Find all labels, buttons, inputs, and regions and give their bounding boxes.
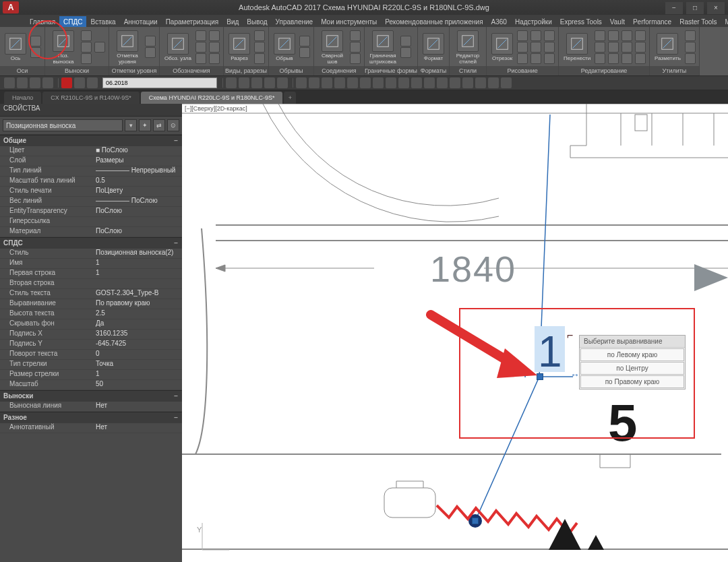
document-tab[interactable]: Начало <box>4 92 41 104</box>
property-group[interactable]: СПДС <box>0 237 182 249</box>
qat-button[interactable] <box>42 77 53 88</box>
styles-button[interactable]: Редактор стилей <box>452 30 483 65</box>
property-row[interactable]: Имя1 <box>0 259 182 269</box>
node-button[interactable]: Обоз. узла <box>162 32 193 62</box>
property-row[interactable]: Масштаб50 <box>0 380 182 390</box>
property-value[interactable]: 0.5 <box>96 177 182 186</box>
qat-button[interactable] <box>74 77 85 88</box>
property-group[interactable]: Общие <box>0 135 182 146</box>
document-tab[interactable]: CX R210LC-9S и R140W-9S* <box>42 92 139 104</box>
menu-item[interactable]: A360 <box>487 16 511 27</box>
ribbon-small-button[interactable] <box>543 42 555 53</box>
ribbon-small-button[interactable] <box>144 36 156 46</box>
section-button[interactable]: Разрез <box>226 32 252 62</box>
property-value[interactable]: 2.5 <box>96 309 182 319</box>
ribbon-small-button[interactable] <box>516 53 528 64</box>
qat-button[interactable] <box>501 77 512 88</box>
property-row[interactable]: Масштаб типа линий0.5 <box>0 177 182 187</box>
drawing-area[interactable]: [−][Сверху][2D-каркас] 1840 <box>182 104 728 562</box>
maximize-button[interactable]: □ <box>686 2 704 14</box>
property-row[interactable]: ВыравниваниеПо правому краю <box>0 299 182 309</box>
property-row[interactable]: Стиль текстаGOST-2.304_Type-B <box>0 289 182 299</box>
ribbon-small-button[interactable] <box>594 42 606 53</box>
level-mark-button[interactable]: Отметка уровня <box>112 30 143 65</box>
property-row[interactable]: Вторая строка <box>0 279 182 289</box>
qat-button[interactable] <box>87 77 98 88</box>
ribbon-small-button[interactable] <box>634 42 646 53</box>
ribbon-small-button[interactable] <box>530 30 542 41</box>
ribbon-small-button[interactable] <box>349 42 361 53</box>
property-value[interactable]: Позиционная выноска(2) <box>96 249 182 258</box>
qat-button[interactable] <box>488 77 499 88</box>
menu-item[interactable]: Express Tools <box>556 16 606 27</box>
ribbon-small-button[interactable] <box>516 30 528 41</box>
menu-item[interactable]: Аннотации <box>120 16 162 27</box>
property-row[interactable]: СлойРазмеры <box>0 156 182 166</box>
mark-button[interactable]: Разметить <box>653 32 683 62</box>
ribbon-small-button[interactable] <box>621 42 633 53</box>
property-row[interactable]: Поворот текста0 <box>0 350 182 360</box>
menu-item[interactable]: Рекомендованные приложения <box>381 16 487 27</box>
qat-button[interactable] <box>450 77 460 88</box>
ribbon-small-button[interactable] <box>400 36 412 46</box>
property-value[interactable]: 0 <box>96 350 182 359</box>
property-value[interactable]: Нет <box>96 402 182 411</box>
ribbon-small-button[interactable] <box>80 30 92 41</box>
move-button[interactable]: Перенести <box>562 32 593 62</box>
qat-button[interactable] <box>239 77 249 88</box>
ribbon-small-button[interactable] <box>634 53 646 64</box>
property-value[interactable]: Точка <box>96 360 182 369</box>
ribbon-small-button[interactable] <box>299 47 311 58</box>
app-icon[interactable]: A <box>3 1 19 13</box>
ribbon-small-button[interactable] <box>621 53 633 64</box>
qat-button[interactable] <box>322 77 332 88</box>
property-value[interactable]: 1 <box>96 269 182 278</box>
property-group[interactable]: Выноски <box>0 390 182 402</box>
qat-button[interactable] <box>360 77 371 88</box>
property-value[interactable]: 50 <box>96 380 182 389</box>
property-row[interactable]: Первая строка1 <box>0 269 182 279</box>
weld-button[interactable]: Сварной шов <box>317 30 348 65</box>
property-row[interactable]: Цвет■ ПоСлою <box>0 146 182 156</box>
qat-button[interactable] <box>462 77 473 88</box>
property-row[interactable]: Размер стрелки1 <box>0 370 182 380</box>
ribbon-small-button[interactable] <box>349 30 361 41</box>
property-row[interactable]: Скрывать фонДа <box>0 319 182 330</box>
ribbon-small-button[interactable] <box>684 30 696 41</box>
property-value[interactable]: ПоСлою <box>96 207 182 216</box>
ribbon-small-button[interactable] <box>349 53 361 64</box>
axis-button[interactable]: Ось <box>3 32 28 62</box>
property-value[interactable]: 1 <box>96 370 182 379</box>
align-right-item[interactable]: по Правому краю <box>580 375 684 388</box>
property-value[interactable]: ————— Непрерывный <box>96 166 182 176</box>
align-left-item[interactable]: по Левому краю <box>580 348 684 361</box>
qat-button[interactable] <box>398 77 409 88</box>
ribbon-small-button[interactable] <box>684 42 696 53</box>
ribbon-small-button[interactable] <box>684 53 696 64</box>
property-row[interactable]: Подпись X3160.1235 <box>0 330 182 340</box>
ribbon-small-button[interactable] <box>30 36 42 46</box>
ribbon-small-button[interactable] <box>594 53 606 64</box>
ribbon-small-button[interactable] <box>208 53 220 64</box>
property-row[interactable]: Подпись Y-645.7425 <box>0 340 182 350</box>
ribbon-small-button[interactable] <box>208 42 220 53</box>
menu-item[interactable]: СПДС <box>59 16 86 27</box>
ribbon-small-button[interactable] <box>195 30 207 41</box>
pos-leader-button[interactable]: Поз. выноска <box>48 30 79 65</box>
ribbon-small-button[interactable] <box>195 53 207 64</box>
property-row[interactable]: Гиперссылка <box>0 217 182 227</box>
menu-item[interactable]: Главная <box>26 16 59 27</box>
qat-button[interactable] <box>296 77 307 88</box>
property-row[interactable]: Стиль печатиПоЦвету <box>0 187 182 197</box>
ribbon-small-button[interactable] <box>80 53 92 64</box>
property-value[interactable]: -645.7425 <box>96 340 182 349</box>
menu-item[interactable]: Вывод <box>243 16 271 27</box>
property-row[interactable]: Выносная линияНет <box>0 402 182 412</box>
ribbon-small-button[interactable] <box>634 30 646 41</box>
property-value[interactable]: GOST-2.304_Type-B <box>96 289 182 299</box>
ribbon-small-button[interactable] <box>543 30 555 41</box>
ribbon-small-button[interactable] <box>607 42 619 53</box>
qat-button[interactable] <box>475 77 486 88</box>
filter-icon[interactable]: ⇄ <box>153 119 165 131</box>
ribbon-small-button[interactable] <box>530 53 542 64</box>
